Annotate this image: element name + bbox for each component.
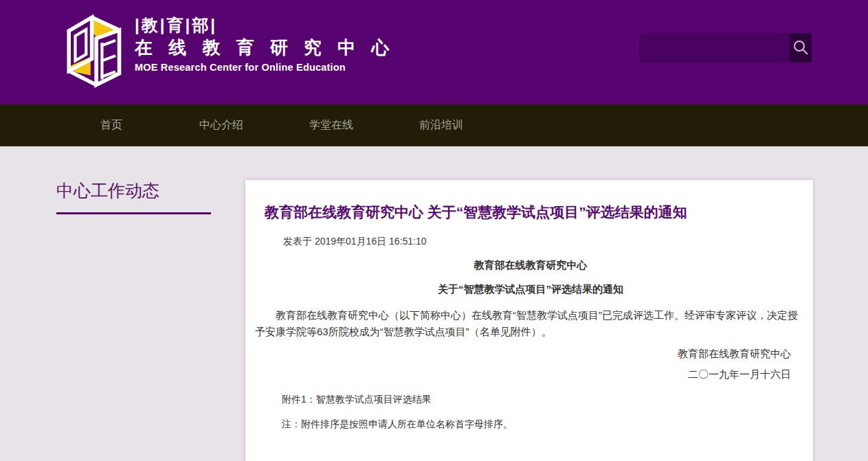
article-title: 教育部在线教育研究中心 关于“智慧教学试点项目”评选结果的通知 [265,203,797,221]
article-publish-date: 发表于 2019年01月16日 16:51:10 [283,236,806,248]
site-logo[interactable]: |教|育|部| 在 线 教 育 研 究 中 心 MOE Research Cen… [54,5,395,96]
search-icon [792,39,810,57]
sidebar-title-underline [56,212,211,214]
search-box [639,33,812,63]
logo-center-name-en: MOE Research Center for Online Education [135,60,395,74]
main-content: 中心工作动态 教育部在线教育研究中心 关于“智慧教学试点项目”评选结果的通知 发… [0,146,868,461]
logo-text-block: |教|育|部| 在 线 教 育 研 究 中 心 MOE Research Cen… [135,5,395,74]
site-header: |教|育|部| 在 线 教 育 研 究 中 心 MOE Research Cen… [0,0,868,104]
nav-item-frontier-training[interactable]: 前沿培训 [386,118,496,133]
nav-item-center-intro[interactable]: 中心介绍 [166,118,276,133]
attachment-link-line[interactable]: 附件1：智慧教学试点项目评选结果 [282,393,806,406]
article-body-paragraph: 教育部在线教育研究中心（以下简称中心）在线教育“智慧教学试点项目”已完成评选工作… [255,307,806,340]
signature-organization: 教育部在线教育研究中心 [255,346,806,361]
nav-item-home[interactable]: 首页 [56,118,166,133]
oe-cube-logo-icon [54,5,124,96]
search-button[interactable] [790,33,812,63]
article-org-heading: 教育部在线教育研究中心 [255,258,806,272]
search-input[interactable] [639,33,790,63]
logo-ministry-label: |教|育|部| [135,15,395,36]
nav-item-xuetang-online[interactable]: 学堂在线 [276,118,386,133]
main-nav: 首页 中心介绍 学堂在线 前沿培训 [0,104,868,146]
attachment-note-line: 注：附件排序是按照申请人所在单位名称首字母排序。 [282,418,806,431]
sidebar: 中心工作动态 [56,181,214,214]
sidebar-section-title[interactable]: 中心工作动态 [56,181,214,200]
logo-center-name-cn: 在 线 教 育 研 究 中 心 [135,36,395,59]
article-card: 教育部在线教育研究中心 关于“智慧教学试点项目”评选结果的通知 发表于 2019… [245,180,813,461]
article-subject-heading: 关于“智慧教学试点项目”评选结果的通知 [255,282,806,296]
signature-date: 二〇一九年一月十六日 [255,367,806,381]
